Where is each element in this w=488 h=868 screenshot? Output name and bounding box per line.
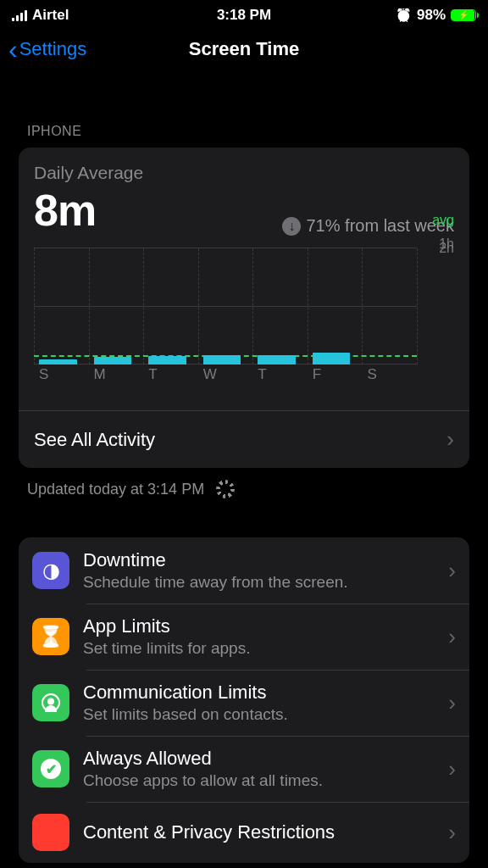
x-tick: T: [143, 366, 198, 385]
settings-menu: DowntimeSchedule time away from the scre…: [19, 537, 469, 863]
x-tick: S: [362, 366, 417, 385]
battery-icon: ⚡: [451, 9, 476, 21]
nav-bar: ‹ Settings Screen Time: [0, 27, 488, 71]
y-tick-1h: 1h: [439, 236, 454, 252]
menu-subtitle: Choose apps to allow at all times.: [83, 771, 435, 790]
menu-subtitle: Set time limits for apps.: [83, 639, 435, 658]
x-tick: S: [34, 366, 89, 385]
checkmark-icon: [32, 750, 69, 787]
menu-title: Communication Limits: [83, 682, 435, 704]
x-tick: W: [198, 366, 253, 385]
chevron-right-icon: ›: [446, 426, 454, 453]
chevron-right-icon: ›: [448, 820, 456, 846]
updated-row: Updated today at 3:14 PM: [19, 468, 469, 498]
menu-item-content-privacy-restrictions[interactable]: Content & Privacy Restrictions›: [19, 802, 469, 863]
carrier-label: Airtel: [32, 7, 69, 24]
signal-icon: [12, 9, 27, 21]
menu-title: Always Allowed: [83, 748, 435, 770]
status-bar: Airtel 3:18 PM 98% ⚡: [0, 0, 488, 27]
trend: ↓ 71% from last week: [282, 216, 454, 236]
chevron-right-icon: ›: [448, 558, 456, 584]
weekly-usage-chart[interactable]: 2h 1h avg SMTWTFS: [34, 248, 454, 385]
menu-item-downtime[interactable]: DowntimeSchedule time away from the scre…: [19, 537, 469, 604]
updated-text: Updated today at 3:14 PM: [27, 481, 204, 498]
x-tick: F: [308, 366, 363, 385]
alarm-icon: [396, 7, 412, 24]
avg-label: avg: [432, 213, 454, 228]
bar-t-2: [148, 356, 186, 364]
menu-item-app-limits[interactable]: App LimitsSet time limits for apps.›: [19, 604, 469, 670]
bar-m-1: [94, 357, 132, 364]
x-tick: T: [252, 366, 308, 385]
battery-percent: 98%: [417, 7, 446, 24]
menu-subtitle: Schedule time away from the screen.: [83, 573, 435, 592]
chevron-right-icon: ›: [448, 756, 456, 782]
bar-s-0: [39, 359, 77, 364]
page-title: Screen Time: [0, 38, 488, 60]
bar-f-5: [313, 353, 351, 364]
daily-average-value: 8m: [34, 185, 96, 236]
chevron-right-icon: ›: [448, 690, 456, 716]
chevron-right-icon: ›: [448, 624, 456, 650]
bar-w-3: [203, 355, 241, 364]
arrow-down-icon: ↓: [282, 217, 301, 236]
downtime-icon: [32, 552, 69, 589]
menu-item-communication-limits[interactable]: Communication LimitsSet limits based on …: [19, 670, 469, 736]
menu-title: Content & Privacy Restrictions: [83, 821, 435, 843]
menu-title: Downtime: [83, 549, 435, 571]
menu-subtitle: Set limits based on contacts.: [83, 705, 435, 724]
daily-average-label: Daily Average: [34, 163, 454, 183]
daily-average-card: Daily Average 8m ↓ 71% from last week: [19, 147, 469, 468]
spinner-icon: [216, 480, 235, 498]
x-tick: M: [89, 366, 144, 385]
shield-icon: [32, 814, 69, 851]
bar-t-4: [258, 355, 296, 364]
see-all-activity[interactable]: See All Activity ›: [19, 411, 469, 468]
menu-item-always-allowed[interactable]: Always AllowedChoose apps to allow at al…: [19, 736, 469, 802]
hourglass-icon: [32, 618, 69, 655]
menu-title: App Limits: [83, 615, 435, 637]
see-all-label: See All Activity: [34, 429, 155, 451]
section-header: iPhone: [19, 124, 469, 139]
contact-icon: [32, 684, 69, 721]
